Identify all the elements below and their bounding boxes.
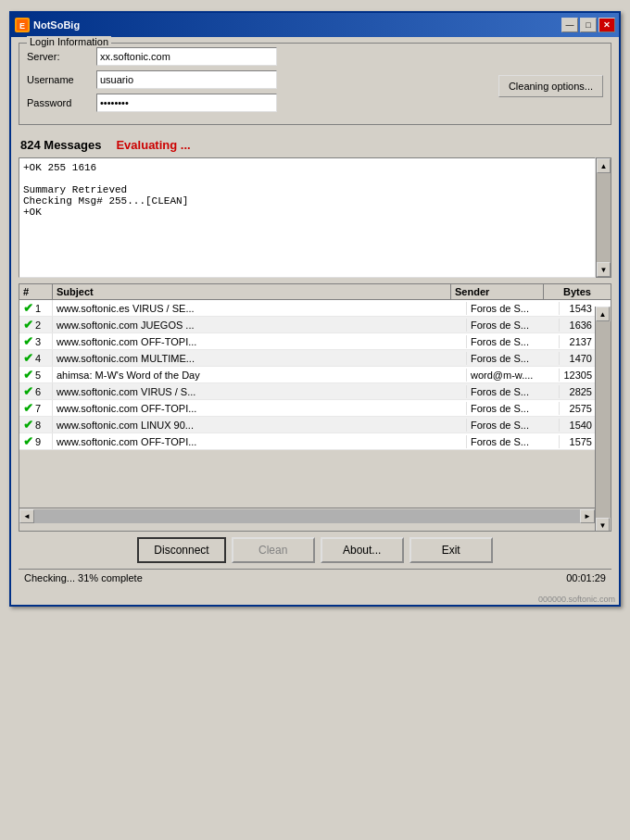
row-num: 6 xyxy=(35,386,41,397)
row-num: 9 xyxy=(35,436,41,447)
table-row[interactable]: ✔ 7 www.softonic.com OFF-TOPI... Foros d… xyxy=(19,400,611,417)
table-row[interactable]: ✔ 6 www.softonic.com VIRUS / S... Foros … xyxy=(19,383,611,400)
check-icon: ✔ xyxy=(23,401,33,415)
cell-hash: ✔ 7 xyxy=(19,400,53,416)
check-icon: ✔ xyxy=(23,434,33,448)
exit-button[interactable]: Exit xyxy=(410,537,493,563)
cell-sender: Foros de S... xyxy=(467,402,560,415)
username-label: Username xyxy=(27,74,96,85)
row-num: 8 xyxy=(35,420,41,431)
messages-count: 824 Messages xyxy=(20,138,101,152)
watermark: 000000.softonic.com xyxy=(11,594,619,605)
list-scroll-h-track xyxy=(34,509,580,523)
svg-text:E: E xyxy=(19,21,25,31)
table-row[interactable]: ✔ 9 www.softonic.com OFF-TOPI... Foros d… xyxy=(19,433,611,450)
row-num: 5 xyxy=(35,370,41,381)
table-row[interactable]: ✔ 5 ahimsa: M-W's Word of the Day word@m… xyxy=(19,367,611,383)
password-row: Password xyxy=(27,94,489,112)
list-scroll-v-track xyxy=(596,321,611,518)
table-row[interactable]: ✔ 8 www.softonic.com LINUX 90... Foros d… xyxy=(19,417,611,433)
check-icon: ✔ xyxy=(23,301,33,315)
cleaning-options-button[interactable]: Cleaning options... xyxy=(498,75,603,97)
col-header-hash: # xyxy=(19,284,53,299)
server-row: Server: xyxy=(27,47,489,66)
log-area: +OK 255 1616 Summary Retrieved Checking … xyxy=(19,157,596,278)
cell-hash: ✔ 5 xyxy=(19,367,53,382)
login-group: Login Information Server: Username Passw… xyxy=(19,43,611,125)
cell-sender: Foros de S... xyxy=(467,385,560,398)
server-label: Server: xyxy=(27,51,96,62)
cell-sender: Foros de S... xyxy=(467,335,560,348)
check-icon: ✔ xyxy=(23,318,33,332)
clean-button[interactable]: Clean xyxy=(232,537,315,563)
cell-subject: www.softonic.es VIRUS / SE... xyxy=(53,302,467,315)
minimize-button[interactable]: — xyxy=(561,18,578,32)
server-input[interactable] xyxy=(96,47,277,66)
evaluating-status: Evaluating ... xyxy=(116,138,190,152)
row-num: 7 xyxy=(35,403,41,414)
about-button[interactable]: About... xyxy=(321,537,404,563)
col-header-subject: Subject xyxy=(53,284,451,299)
list-scroll-left[interactable]: ◄ xyxy=(19,509,34,523)
col-header-scrollbar-spacer xyxy=(595,284,611,299)
list-scroll-right[interactable]: ► xyxy=(580,509,595,523)
app-icon: E xyxy=(15,18,30,32)
username-input[interactable] xyxy=(96,70,277,89)
list-scrollbar-h: ◄ ► xyxy=(19,508,595,523)
message-list: # Subject Sender Bytes ✔ 1 www.softonic.… xyxy=(19,283,611,532)
check-icon: ✔ xyxy=(23,334,33,348)
cell-subject: ahimsa: M-W's Word of the Day xyxy=(53,369,467,382)
cell-sender: Foros de S... xyxy=(467,352,560,365)
log-scroll-down[interactable]: ▼ xyxy=(597,262,611,277)
check-icon: ✔ xyxy=(23,384,33,398)
row-num: 3 xyxy=(35,336,41,347)
close-button[interactable]: ✕ xyxy=(598,18,615,32)
cell-subject: www.softonic.com LINUX 90... xyxy=(53,419,467,432)
messages-row: 824 Messages Evaluating ... xyxy=(19,132,611,157)
row-num: 1 xyxy=(35,303,41,314)
main-window: E NotSoBig — □ ✕ Login Information Serve… xyxy=(9,11,621,607)
window-controls: — □ ✕ xyxy=(561,18,615,32)
list-body: ✔ 1 www.softonic.es VIRUS / SE... Foros … xyxy=(19,300,611,508)
cell-subject: www.softonic.com MULTIME... xyxy=(53,352,467,365)
cell-subject: www.softonic.com OFF-TOPI... xyxy=(53,335,467,348)
username-row: Username xyxy=(27,70,489,89)
titlebar-left: E NotSoBig xyxy=(15,18,80,32)
cell-hash: ✔ 8 xyxy=(19,417,53,433)
password-label: Password xyxy=(27,97,96,108)
row-num: 2 xyxy=(35,320,41,331)
maximize-button[interactable]: □ xyxy=(580,18,597,32)
check-icon: ✔ xyxy=(23,418,33,432)
cell-hash: ✔ 2 xyxy=(19,317,53,332)
list-scroll-up[interactable]: ▲ xyxy=(596,307,610,321)
cell-subject: www.softonic.com JUEGOS ... xyxy=(53,319,467,332)
cell-subject: www.softonic.com OFF-TOPI... xyxy=(53,435,467,448)
cell-hash: ✔ 1 xyxy=(19,300,53,316)
cell-hash: ✔ 6 xyxy=(19,383,53,399)
check-icon: ✔ xyxy=(23,368,33,382)
table-row[interactable]: ✔ 4 www.softonic.com MULTIME... Foros de… xyxy=(19,350,611,367)
log-scroll-up[interactable]: ▲ xyxy=(597,158,611,173)
list-scroll-v: ▲ ▼ xyxy=(595,307,611,532)
status-right: 00:01:29 xyxy=(566,572,606,583)
login-group-label: Login Information xyxy=(27,36,111,47)
disconnect-button[interactable]: Disconnect xyxy=(137,537,225,563)
list-header: # Subject Sender Bytes xyxy=(19,284,611,300)
table-row[interactable]: ✔ 2 www.softonic.com JUEGOS ... Foros de… xyxy=(19,317,611,333)
password-input[interactable] xyxy=(96,94,277,112)
buttons-row: Disconnect Clean About... Exit xyxy=(19,537,611,563)
cell-sender: word@m-w.... xyxy=(467,369,560,382)
window-body: Login Information Server: Username Passw… xyxy=(11,37,619,594)
cell-subject: www.softonic.com VIRUS / S... xyxy=(53,385,467,398)
titlebar: E NotSoBig — □ ✕ xyxy=(11,13,619,37)
row-num: 4 xyxy=(35,353,41,364)
status-left: Checking... 31% complete xyxy=(24,572,143,583)
cell-hash: ✔ 9 xyxy=(19,433,53,449)
list-scroll-down[interactable]: ▼ xyxy=(596,518,610,532)
table-row[interactable]: ✔ 3 www.softonic.com OFF-TOPI... Foros d… xyxy=(19,333,611,350)
col-header-sender: Sender xyxy=(451,284,544,299)
cell-sender: Foros de S... xyxy=(467,319,560,332)
col-header-bytes: Bytes xyxy=(544,284,595,299)
table-row[interactable]: ✔ 1 www.softonic.es VIRUS / SE... Foros … xyxy=(19,300,611,317)
cell-sender: Foros de S... xyxy=(467,435,560,448)
